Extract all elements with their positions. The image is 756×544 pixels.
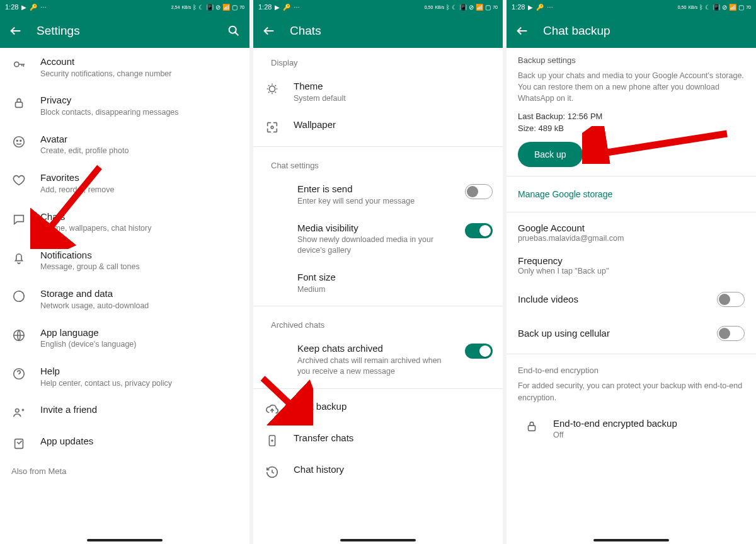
toggle-keep-archived[interactable] — [465, 344, 493, 359]
item-title: Privacy — [40, 94, 239, 107]
wifi-icon: 📶 — [222, 4, 230, 11]
history-icon — [265, 465, 280, 480]
divider — [507, 354, 756, 354]
back-icon[interactable] — [9, 24, 23, 38]
chats-item-history[interactable]: Chat history — [253, 456, 503, 487]
backup-description: Back up your chats and media to your Goo… — [507, 67, 756, 110]
more-icon: ⋯ — [40, 4, 47, 11]
item-title: Avatar — [40, 133, 239, 146]
wallpaper-icon — [265, 120, 280, 135]
item-title: Theme — [294, 80, 493, 93]
heart-icon — [11, 173, 26, 188]
backup-item-frequency[interactable]: Frequency Only when I tap "Back up" — [507, 249, 756, 282]
item-sub: Block contacts, disappearing messages — [40, 107, 239, 118]
avatar-icon — [11, 134, 26, 149]
toggle-enter-send[interactable] — [465, 184, 493, 199]
manage-storage-link[interactable]: Manage Google storage — [507, 180, 756, 208]
svg-point-9 — [16, 409, 20, 413]
settings-item-storage[interactable]: Storage and dataNetwork usage, auto-down… — [0, 280, 249, 318]
net-speed: 2,54 — [171, 5, 180, 9]
svg-point-5 — [20, 140, 21, 141]
help-icon — [11, 366, 26, 381]
chats-item-theme[interactable]: ThemeSystem default — [253, 72, 503, 111]
item-sub: Create, edit, profile photo — [40, 146, 239, 156]
item-sub: Show newly downloaded media in your devi… — [297, 234, 451, 256]
divider — [507, 212, 756, 212]
chats-item-backup[interactable]: Chat backup — [253, 393, 503, 424]
item-title: Frequency — [518, 255, 745, 266]
bluetooth-icon: ᛒ — [446, 4, 450, 11]
moon-icon: ☾ — [452, 4, 457, 11]
settings-item-chats[interactable]: ChatsTheme, wallpapers, chat history — [0, 203, 249, 241]
item-title: Storage and data — [40, 287, 239, 300]
theme-icon — [265, 81, 280, 96]
vibrate-icon: 📳 — [459, 4, 467, 11]
item-title: Font size — [297, 271, 493, 284]
item-title: Back up using cellular — [518, 328, 610, 339]
item-sub: Add, reorder, remove — [40, 185, 239, 195]
nosim-icon: ⊘ — [469, 4, 474, 11]
chats-item-media[interactable]: Media visibilityShow newly downloaded me… — [253, 214, 503, 263]
backup-item-cellular[interactable]: Back up using cellular — [507, 316, 756, 350]
settings-item-invite[interactable]: Invite a friend — [0, 396, 249, 427]
item-sub: Help center, contact us, privacy policy — [40, 378, 239, 389]
chats-item-keep-archived[interactable]: Keep chats archivedArchived chats will r… — [253, 335, 503, 384]
item-title: Help — [40, 365, 239, 378]
item-title: App language — [40, 327, 239, 339]
item-title: End-to-end encrypted backup — [553, 417, 746, 430]
chats-item-font[interactable]: Font sizeMedium — [253, 263, 503, 302]
chats-item-wallpaper[interactable]: Wallpaper — [253, 111, 503, 142]
status-bar: 1:28 ▶ 🔑 ⋯ 0,50 KB/s ᛒ ☾ 📳 ⊘ 📶 ▢ 70 — [253, 0, 503, 14]
item-sub: pruebas.malavida@gmail.com — [518, 234, 745, 243]
chats-item-transfer[interactable]: Transfer chats — [253, 424, 503, 456]
play-icon: ▶ — [528, 4, 533, 11]
item-sub: System default — [294, 93, 493, 104]
backup-item-e2e[interactable]: End-to-end encrypted backupOff — [507, 410, 756, 448]
section-chat: Chat settings — [253, 151, 503, 175]
section-archived: Archived chats — [253, 310, 503, 335]
item-title: Media visibility — [297, 222, 451, 234]
toggle-cellular[interactable] — [717, 326, 745, 341]
item-title: Chat backup — [294, 400, 493, 413]
more-icon: ⋯ — [294, 4, 300, 11]
svg-point-13 — [271, 127, 273, 129]
toggle-media-visibility[interactable] — [465, 223, 493, 238]
settings-item-language[interactable]: App languageEnglish (device's language) — [0, 319, 249, 357]
toggle-include-videos[interactable] — [717, 292, 745, 307]
cloud-upload-icon — [265, 402, 280, 417]
item-title: Enter is send — [297, 183, 451, 195]
item-title: Google Account — [518, 223, 745, 233]
key-icon: 🔑 — [283, 4, 290, 11]
backup-button[interactable]: Back up — [518, 142, 583, 167]
settings-item-avatar[interactable]: AvatarCreate, edit, profile photo — [0, 125, 249, 164]
item-title: Invite a friend — [40, 403, 239, 416]
settings-item-updates[interactable]: App updates — [0, 427, 249, 459]
vibrate-icon: 📳 — [713, 4, 720, 11]
item-title: App updates — [40, 435, 239, 448]
item-sub: Enter key will send your message — [297, 196, 451, 207]
gesture-bar — [593, 539, 669, 541]
svg-point-1 — [14, 62, 19, 66]
settings-item-favorites[interactable]: FavoritesAdd, reorder, remove — [0, 164, 249, 202]
back-icon[interactable] — [515, 24, 529, 38]
nosim-icon: ⊘ — [722, 4, 727, 11]
backup-item-videos[interactable]: Include videos — [507, 282, 756, 316]
data-icon — [11, 289, 26, 304]
settings-item-account[interactable]: AccountSecurity notifications, change nu… — [0, 48, 249, 86]
settings-list: AccountSecurity notifications, change nu… — [0, 48, 249, 544]
settings-item-help[interactable]: HelpHelp center, contact us, privacy pol… — [0, 357, 249, 396]
globe-icon — [11, 328, 26, 343]
back-icon[interactable] — [262, 24, 276, 38]
chats-item-enter[interactable]: Enter is sendEnter key will send your me… — [253, 175, 503, 214]
search-icon[interactable] — [227, 24, 241, 38]
status-bar: 1:28 ▶ 🔑 ⋯ 0,50 KB/s ᛒ ☾ 📳 ⊘ 📶 ▢ 70 — [507, 0, 756, 14]
section-display: Display — [253, 48, 503, 72]
lock-icon — [524, 419, 539, 434]
nosim-icon: ⊘ — [215, 4, 220, 11]
svg-point-4 — [16, 140, 18, 141]
status-bar: 1:28 ▶ 🔑 ⋯ 2,54 KB/s ᛒ ☾ 📳 ⊘ 📶 ▢ 70 — [0, 0, 249, 14]
chats-settings-list: Display ThemeSystem default Wallpaper Ch… — [253, 48, 503, 544]
settings-item-privacy[interactable]: PrivacyBlock contacts, disappearing mess… — [0, 86, 249, 125]
backup-item-google[interactable]: Google Account pruebas.malavida@gmail.co… — [507, 216, 756, 249]
settings-item-notifications[interactable]: NotificationsMessage, group & call tones — [0, 241, 249, 280]
